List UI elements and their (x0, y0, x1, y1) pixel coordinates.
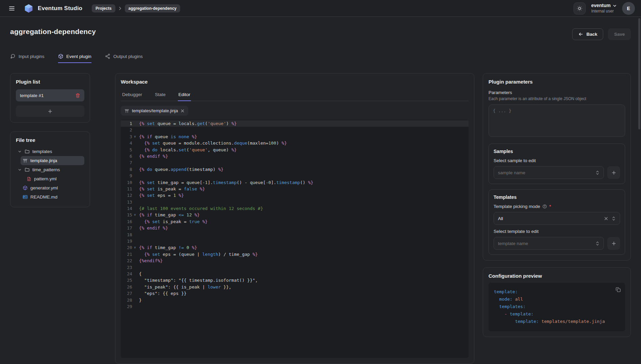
code-line[interactable]: 8{% do queue.append(timestamp) %} (121, 166, 469, 173)
line-number: 20 (121, 244, 132, 251)
fold-spacer (132, 264, 138, 271)
code-token: time_gap (152, 212, 178, 217)
user-menu[interactable]: eventum Internal user (591, 3, 617, 14)
tree-folder-time-patterns[interactable]: time_patterns (16, 165, 84, 174)
add-plugin-button[interactable] (16, 105, 84, 117)
hamburger-menu-icon[interactable] (6, 3, 18, 14)
code-text (138, 127, 139, 133)
code-line[interactable]: 7 (121, 159, 469, 166)
open-file-tab[interactable]: templates/template.jinja (121, 106, 189, 116)
clear-icon[interactable] (604, 216, 608, 221)
delete-plugin-icon[interactable] (75, 93, 80, 98)
code-token: {% (139, 180, 144, 185)
sample-select[interactable] (494, 166, 604, 179)
copy-icon[interactable] (615, 287, 621, 293)
code-token: endif (144, 258, 158, 263)
tree-label: generator.yml (30, 185, 58, 190)
code-token: if (147, 134, 152, 139)
chevron-down-icon[interactable] (18, 168, 22, 172)
fold-spacer (132, 277, 138, 283)
fold-spacer (132, 186, 138, 192)
add-sample-button[interactable] (607, 166, 620, 179)
samples-title: Samples (494, 149, 620, 154)
tab-event-plugin[interactable]: Event plugin (58, 54, 91, 63)
info-icon[interactable] (542, 204, 547, 209)
tab-output-plugins[interactable]: Output plugins (105, 54, 143, 63)
code-line[interactable]: 20∨{% if time_gap != 0 %} (121, 244, 469, 251)
code-token: 'queue' (207, 121, 226, 126)
code-token (539, 319, 541, 324)
line-number: 29 (121, 303, 132, 310)
code-line[interactable]: 27 "eps": {{ eps }} (121, 290, 469, 297)
tree-file-pattern-yml[interactable]: pattern.yml (25, 174, 84, 183)
tree-file-template-jinja[interactable]: template.jinja (21, 156, 84, 165)
code-line[interactable]: 4 {% set queue = module.collections.dequ… (121, 140, 469, 146)
close-icon[interactable] (180, 109, 185, 113)
code-text: {% set eps = 1 %} (138, 192, 184, 199)
code-line[interactable]: 6{% endif %} (121, 153, 469, 159)
code-line[interactable]: 12{% set eps = 1 %} (121, 192, 469, 199)
code-line[interactable]: 19 (121, 238, 469, 244)
code-line[interactable]: 10{% set time_gap = queue[-1].timestamp(… (121, 179, 469, 186)
code-token: is (171, 134, 176, 139)
code-line[interactable]: 26 "is_peak": {{ is_peak | lower }}, (121, 284, 469, 290)
code-line[interactable]: 18 (121, 232, 469, 238)
code-line[interactable]: 16 {% set is_peak = true %} (121, 218, 469, 225)
code-token: mode: (499, 297, 512, 302)
code-line[interactable]: 28} (121, 297, 469, 303)
tab-editor[interactable]: Editor (178, 90, 191, 101)
code-line[interactable]: 21 {% set eps = (queue | length) / time_… (121, 251, 469, 257)
sample-select-input[interactable] (498, 170, 592, 175)
code-line[interactable]: 3∨{% if queue is none %} (121, 133, 469, 140)
code-token: eps = (155, 193, 173, 198)
chevron-down-icon[interactable] (18, 150, 22, 153)
line-number: 23 (121, 264, 132, 271)
add-template-button[interactable] (607, 237, 620, 250)
code-line[interactable]: 17{% endif %} (121, 225, 469, 231)
open-file-name: templates/template.jinja (132, 108, 178, 113)
code-editor[interactable]: 1{% set queue = locals.get('queue') %}23… (121, 120, 469, 358)
code-line[interactable]: 25 "timestamp": "{{ timestamp.isoformat(… (121, 277, 469, 283)
picking-mode-select[interactable]: All (494, 212, 620, 225)
code-line[interactable]: 9 (121, 173, 469, 179)
template-select-input[interactable] (498, 241, 592, 246)
fold-toggle-icon[interactable]: ∨ (132, 212, 138, 218)
code-line[interactable]: 11{% set is_peak = false %} (121, 186, 469, 192)
code-line[interactable]: 29 (121, 303, 469, 310)
page-scrollbar[interactable] (638, 18, 640, 129)
tree-file-generator-yml[interactable]: generator.yml (21, 183, 84, 192)
code-token (494, 304, 499, 309)
code-line[interactable]: 24{ (121, 271, 469, 277)
code-line[interactable]: 23 (121, 264, 469, 271)
code-line[interactable]: 2 (121, 127, 469, 133)
tab-debugger[interactable]: Debugger (121, 90, 143, 101)
tree-file-readme-md[interactable]: README.md (21, 192, 84, 202)
tab-state[interactable]: State (154, 90, 166, 101)
code-line[interactable]: 13 (121, 199, 469, 205)
tab-label: Output plugins (113, 54, 143, 59)
save-button[interactable]: Save (608, 28, 631, 40)
breadcrumb-current-project[interactable]: aggregation-dependency (125, 4, 180, 12)
code-line[interactable]: 15∨{% if time_gap <= 12 %} (121, 212, 469, 218)
parameters-json-input[interactable] (489, 104, 625, 137)
code-token (197, 186, 200, 191)
code-line[interactable]: 22{%endif%} (121, 257, 469, 264)
avatar[interactable]: E (622, 2, 635, 15)
tab-input-plugins[interactable]: Input plugins (10, 54, 45, 63)
code-line[interactable]: 14{# last 100 events occured within 12 s… (121, 205, 469, 212)
template-select[interactable] (494, 237, 604, 250)
code-token: () (300, 180, 308, 185)
back-button[interactable]: Back (572, 28, 603, 40)
code-line[interactable]: 1{% set queue = locals.get('queue') %} (121, 120, 469, 127)
fold-toggle-icon[interactable]: ∨ (132, 244, 138, 251)
breadcrumb-projects[interactable]: Projects (92, 4, 115, 12)
fold-toggle-icon[interactable]: ∨ (132, 133, 138, 140)
code-line[interactable]: 5 {% do locals.set('queue', queue) %} (121, 147, 469, 153)
plugin-list-item[interactable]: template #1 (16, 89, 84, 101)
theme-toggle-button[interactable] (574, 2, 586, 14)
code-text (138, 238, 139, 244)
tree-folder-templates[interactable]: templates (16, 147, 84, 156)
code-token: set (178, 147, 186, 152)
page-title: aggregation-dependency (10, 28, 96, 36)
file-tree-title: File tree (16, 137, 84, 143)
